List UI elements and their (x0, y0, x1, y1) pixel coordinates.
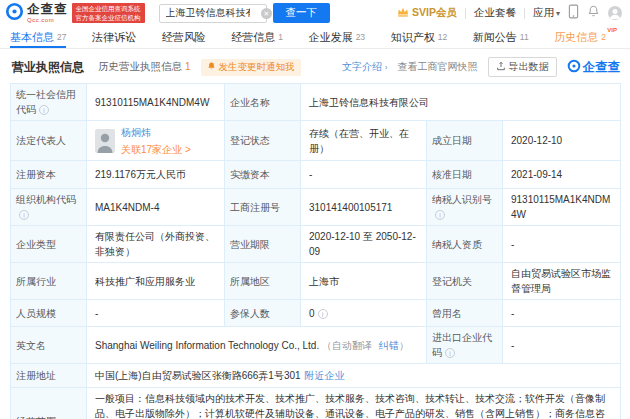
field-value: 91310115MA1K4NDM4W (87, 84, 225, 121)
svip-label: SVIP会员 (412, 6, 457, 20)
tab-legal-proceedings[interactable]: 法律诉讼 (92, 26, 136, 48)
divider (524, 8, 525, 19)
table-row: 组织机构代码iMA1K4NDM-4工商注册号310141400105171纳税人… (11, 189, 621, 226)
user-avatar[interactable] (608, 6, 622, 20)
field-label: 曾用名 (427, 300, 503, 327)
search-button[interactable]: 查一下 (273, 3, 331, 23)
qcc-logo-icon (5, 2, 24, 25)
notification-bell-icon[interactable] (587, 4, 600, 22)
field-label: 进出口企业代码i (427, 327, 503, 364)
table-row: 法定代表人杨炯炜关联17家企业 >登记状态存续（在营、开业、在册）成立日期202… (11, 121, 621, 161)
field-label: 所属行业 (11, 263, 87, 300)
field-value: MA1K4NDM-4 (87, 189, 225, 226)
export-icon (496, 61, 506, 73)
tab-news-announcements[interactable]: 新闻公告11 (473, 26, 529, 48)
tab-basic-info[interactable]: 基本信息27 (10, 26, 66, 48)
legal-rep-cell: 杨炯炜关联17家企业 > (87, 121, 225, 161)
field-value: 上海市 (301, 263, 427, 300)
certification-line2: 官方备案企业征信机构 (76, 13, 141, 22)
notify-change-badge[interactable]: 发生变更时通知我 (201, 59, 301, 76)
snapshot-link[interactable]: 查看工商官网快照 (398, 60, 478, 74)
section-toolbar: 营业执照信息 历史营业执照信息1 发生变更时通知我 文字介绍 › 查看工商官网快… (0, 49, 630, 83)
export-label: 导出数据 (509, 60, 549, 74)
export-button[interactable]: 导出数据 (488, 57, 557, 77)
qcc-logo[interactable]: 企查查 Qcc.com (5, 2, 68, 25)
field-label: 核准日期 (427, 161, 503, 189)
package-link[interactable]: 企业套餐 (474, 6, 516, 20)
tab-count: 12 (438, 32, 447, 42)
field-value: 存续（在营、开业、在册） (301, 121, 427, 161)
field-label: 统一社会信用代码i (11, 84, 87, 121)
field-label: 注册资本 (11, 161, 87, 189)
tab-business-info[interactable]: 经营信息1 (231, 26, 283, 48)
field-label: 营业期限 (225, 226, 301, 263)
license-table-body: 统一社会信用代码i91310115MA1K4NDM4W企业名称上海卫铃信息科技有… (11, 84, 621, 419)
field-value: 0i (301, 300, 427, 327)
table-row: 注册地址中国(上海)自由贸易试验区张衡路666弄1号301附近企业 (11, 364, 621, 388)
apps-label: 应用 (533, 6, 554, 20)
field-value: 2020-12-10 (503, 121, 621, 161)
qcc-watermark-label: 企查查 (583, 59, 621, 76)
field-value: - (503, 300, 621, 327)
field-label: 组织机构代码i (11, 189, 87, 226)
auto-translate-note: （自动翻译 (319, 340, 375, 351)
registered-address-cell: 中国(上海)自由贸易试验区张衡路666弄1号301附近企业 (87, 364, 621, 388)
search-input[interactable] (159, 4, 267, 23)
field-label: 法定代表人 (11, 121, 87, 161)
qcc-watermark-icon (567, 59, 581, 76)
tab-label: 法律诉讼 (92, 30, 136, 45)
search-box: ✕ 查一下 (159, 3, 331, 23)
tab-count: 1 (278, 32, 283, 42)
info-icon[interactable]: i (39, 105, 49, 115)
info-icon[interactable]: i (19, 210, 29, 220)
mobile-app-icon[interactable] (568, 4, 579, 23)
field-value: - (503, 226, 621, 263)
tab-history-info[interactable]: 历史信息2VIP (554, 26, 606, 48)
legal-rep-avatar[interactable] (95, 129, 115, 153)
info-icon[interactable]: i (435, 210, 445, 220)
tab-intellectual-property[interactable]: 知识产权12 (391, 26, 447, 48)
table-row: 人员规模-参保人数0i曾用名- (11, 300, 621, 327)
related-companies-link[interactable]: 关联17家企业 > (121, 142, 191, 157)
text-intro-label: 文字介绍 (342, 61, 382, 72)
tab-label: 知识产权 (391, 30, 435, 45)
text-intro-link[interactable]: 文字介绍 › (342, 60, 387, 74)
certification-line1: 全国企业信用查询系统 (76, 4, 141, 13)
caret-down-icon: ▾ (556, 9, 560, 18)
apps-menu[interactable]: 应用 ▾ (533, 6, 560, 20)
field-label: 纳税人资质 (427, 226, 503, 263)
info-icon[interactable]: i (318, 309, 328, 319)
info-icon[interactable]: i (445, 348, 455, 358)
tab-label: 新闻公告 (473, 30, 517, 45)
legal-rep-link[interactable]: 杨炯炜 (121, 125, 191, 140)
brand-name: 企查查 (27, 3, 68, 16)
history-license-link[interactable]: 历史营业执照信息1 (98, 60, 191, 74)
field-label: 企业类型 (11, 226, 87, 263)
brand-domain: Qcc.com (27, 17, 68, 23)
nearby-companies-link[interactable]: 附近企业 (305, 370, 345, 381)
field-value: - (301, 161, 427, 189)
notify-change-label: 发生变更时通知我 (219, 61, 295, 74)
field-label: 英文名 (11, 327, 87, 364)
chevron-right-icon: › (385, 63, 388, 72)
field-value: 91310115MA1K4NDM4W (503, 189, 621, 226)
history-license-count: 1 (185, 61, 191, 72)
table-row: 经营范围一般项目：信息科技领域内的技术开发、技术推广、技术服务、技术咨询、技术转… (11, 388, 621, 419)
certification-badge: 全国企业信用查询系统 官方备案企业征信机构 (72, 3, 145, 24)
svip-link[interactable]: SVIP会员 (397, 6, 457, 20)
crown-icon (397, 7, 409, 19)
field-value: 219.1176万元人民币 (87, 161, 225, 189)
app-window: 企查查 Qcc.com 全国企业信用查询系统 官方备案企业征信机构 ✕ 查一下 … (0, 0, 630, 419)
toolbar-right: 文字介绍 › 查看工商官网快照 导出数据 企查查 (342, 57, 620, 77)
tab-count: 23 (356, 32, 365, 42)
tab-label: 企业发展 (309, 30, 353, 45)
english-name: Shanghai Weiling Information Technology … (95, 340, 319, 351)
tab-business-risk[interactable]: 经营风险 (162, 26, 206, 48)
field-label: 登记机关 (427, 263, 503, 300)
clear-icon[interactable]: ✕ (261, 8, 272, 19)
correction-link[interactable]: 纠错 (379, 340, 399, 351)
section-title: 营业执照信息 (12, 59, 84, 76)
tab-company-development[interactable]: 企业发展23 (309, 26, 365, 48)
vip-tag: VIP (607, 27, 617, 33)
tab-count: 2 (601, 32, 606, 42)
